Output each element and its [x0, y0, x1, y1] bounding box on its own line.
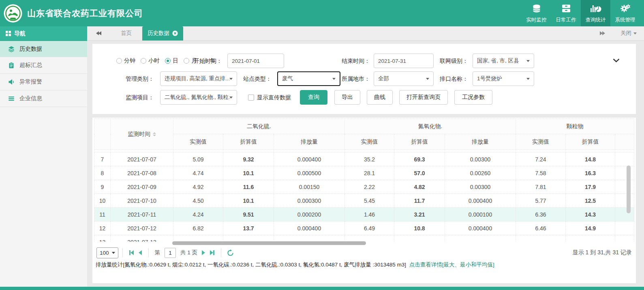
table-row[interactable]: 122021-07-12 6.8213.70.000400 6.4910.80.…	[94, 221, 634, 235]
direct-data-label: 显示直传数据	[257, 90, 291, 105]
page-word: 第	[155, 249, 160, 256]
close-tab-icon[interactable]	[172, 30, 178, 36]
site-type-label: 站点类型：	[243, 71, 272, 86]
monitor-item-select[interactable]: 二氧化硫., 氮氧化物., 颗粒...	[160, 90, 237, 105]
next-page-icon[interactable]	[202, 250, 205, 255]
nav-grid-icon	[6, 31, 11, 36]
close-menu-button[interactable]: 关闭	[620, 30, 637, 37]
vertical-scrollbar[interactable]	[627, 165, 631, 213]
col-header: 折算值	[566, 134, 615, 150]
time-sort-control[interactable]: 监测时间	[111, 131, 173, 138]
sidebar-header: 导航	[0, 26, 87, 41]
radio-minute[interactable]: 分钟	[116, 57, 135, 64]
col-header: 实测值	[516, 134, 566, 150]
list-icon	[8, 95, 15, 102]
table-row[interactable]: 102021-07-10 4.5010.10.000300 5.4511.70.…	[94, 194, 634, 208]
nav-realtime-monitor[interactable]: 实时监控	[522, 0, 551, 26]
new-query-page-button[interactable]: 打开新查询页	[399, 90, 448, 105]
total-pages: 共 1 页	[180, 249, 197, 256]
network-level-select[interactable]: 国家, 省, 市, 区县	[473, 54, 534, 68]
select-caret-icon	[332, 78, 336, 80]
table-row[interactable]: 72021-07-07 5.099.320.000400 35.269.30.0…	[94, 153, 634, 166]
chevron-down-icon	[633, 32, 637, 34]
select-caret-icon	[526, 78, 530, 80]
table-row[interactable]: 132021-07-13	[94, 235, 634, 242]
brand: 山东省联合农药工业有限公司	[0, 4, 143, 23]
table-row-highlighted[interactable]: 112021-07-11 4.249.510.000200 1.463.210.…	[94, 208, 634, 221]
emission-stats: 排放量统计[氮氧化物.:0.0629 t, 烟尘:0.0212 t, 一氧化碳.…	[96, 261, 494, 269]
speaker-icon	[8, 79, 15, 85]
select-caret-icon	[426, 78, 429, 80]
end-time-label: 结束时间：	[342, 54, 370, 68]
outlet-name-select[interactable]: 1号焚烧炉	[473, 71, 534, 86]
sidebar-item-exceed-summary[interactable]: 超标汇总	[0, 57, 87, 74]
bottom-accent-bar	[0, 287, 644, 290]
first-page-icon[interactable]	[129, 250, 134, 255]
nav-query-stats[interactable]: 查询统计	[581, 0, 610, 26]
select-caret-icon	[229, 78, 233, 80]
sidebar-item-abnormal-alarm[interactable]: 异常报警	[0, 74, 87, 90]
table-body: 72021-07-07 5.099.320.000400 35.269.30.0…	[94, 149, 634, 242]
group-header-nox: 氮氧化物.	[345, 119, 516, 134]
horizontal-scrollbar[interactable]	[172, 241, 366, 245]
tab-history-data[interactable]: 历史数据	[142, 26, 183, 41]
col-header: 排放量	[274, 134, 345, 150]
col-header: 实测值	[345, 134, 394, 150]
start-time-label: 开始时间：	[194, 54, 222, 68]
monitor-item-label: 监测项目：	[126, 90, 154, 105]
company-title: 山东省联合农药工业有限公司	[27, 8, 143, 19]
sort-icon	[153, 132, 156, 136]
row-index-header	[94, 119, 111, 150]
direct-data-checkbox[interactable]	[248, 95, 254, 101]
last-page-icon[interactable]	[210, 250, 214, 255]
nav-system-manage[interactable]: 系统管理	[610, 0, 640, 26]
collapse-filters-icon[interactable]	[613, 57, 620, 64]
export-button[interactable]: 导出	[334, 90, 360, 105]
nav-daily-work[interactable]: 日常工作	[551, 0, 581, 26]
col-header: 折算值	[394, 134, 445, 150]
start-date-input[interactable]: 2021-07-01	[227, 54, 284, 68]
records-summary: 显示 1 到 31,共 31 记录	[573, 249, 632, 256]
tab-bar: 首页 历史数据 关闭	[87, 26, 644, 41]
table-row[interactable]: 82021-07-08 4.7410.10.000500 28.157.00.0…	[94, 166, 634, 180]
site-type-select[interactable]: 废气	[277, 71, 340, 86]
mgmt-type-select[interactable]: 违规项目, 高架源, 重点排...	[160, 71, 237, 86]
sidebar: 导航 历史数据 超标汇总	[0, 26, 87, 290]
curve-button[interactable]: 曲线	[367, 90, 393, 105]
table-row[interactable]: 92021-07-09 4.9211.60.00150 2.224.820.00…	[94, 180, 634, 194]
tab-home[interactable]: 首页	[115, 30, 137, 37]
radio-hour[interactable]: 小时	[141, 57, 160, 64]
app-root: 山东省联合农药工业有限公司 实时监控	[0, 0, 644, 290]
sidebar-item-history-data[interactable]: 历史数据	[0, 41, 87, 57]
radio-day[interactable]: 日	[165, 57, 178, 64]
col-header	[615, 134, 634, 150]
mee-logo-icon	[4, 4, 22, 23]
query-button[interactable]: 查询	[300, 90, 327, 105]
city-select[interactable]: 全部	[374, 71, 434, 86]
col-header: 折算值	[223, 134, 274, 150]
history-table-panel: 监测时间 二氧化硫. 氮氧化物. 颗粒物 实测值 折算值 排放量 实测值	[92, 118, 636, 283]
top-nav: 实时监控 日常工作	[522, 0, 644, 26]
clipboard-icon	[8, 62, 15, 69]
daily-work-icon	[561, 3, 571, 15]
realtime-monitor-icon	[531, 3, 542, 15]
pagination-bar: 100 第 1 共 1 页 显示 1 到 31,共 31 记录	[96, 247, 632, 259]
detail-link[interactable]: 点击查看详情[最大、最小和平均值]	[409, 262, 494, 268]
prev-page-icon[interactable]	[139, 250, 142, 255]
end-date-input[interactable]: 2021-07-31	[374, 54, 434, 68]
page-number-input[interactable]: 1	[165, 248, 176, 258]
group-header-pm: 颗粒物	[516, 119, 634, 134]
col-header: 实测值	[173, 134, 223, 150]
page-size-select[interactable]: 100	[96, 247, 118, 258]
refresh-icon[interactable]	[227, 249, 234, 256]
table-header: 监测时间 二氧化硫. 氮氧化物. 颗粒物 实测值 折算值 排放量 实测值	[94, 118, 634, 150]
select-caret-icon	[526, 60, 530, 62]
system-manage-icon	[620, 3, 631, 15]
query-stats-icon	[590, 3, 601, 15]
tab-bar-right: 关闭	[600, 30, 644, 37]
condition-params-button[interactable]: 工况参数	[454, 90, 492, 105]
tabs-scroll-left-icon[interactable]	[96, 31, 101, 35]
sidebar-item-company-info[interactable]: 企业信息	[0, 90, 87, 107]
tabs-scroll-right-icon[interactable]	[600, 31, 605, 35]
group-header-so2: 二氧化硫.	[173, 119, 345, 134]
